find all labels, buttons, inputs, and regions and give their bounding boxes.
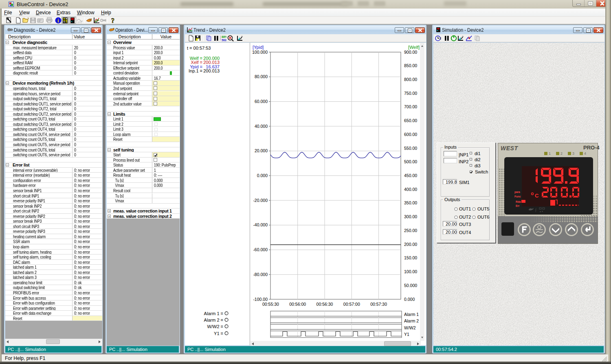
svg-text:-80.000: -80.000 — [253, 272, 268, 277]
svg-text:700.00: 700.00 — [404, 104, 417, 109]
svg-text:00:57:00: 00:57:00 — [343, 302, 360, 307]
svg-text:W/W2: W/W2 — [404, 325, 416, 330]
svg-text:750.00: 750.00 — [404, 91, 417, 96]
svg-text:∫: ∫ — [535, 208, 537, 212]
svg-text:80.000: 80.000 — [255, 74, 268, 79]
svg-text:100.00: 100.00 — [404, 269, 417, 274]
svg-text:200.00: 200.00 — [404, 242, 417, 247]
svg-text:250.00: 250.00 — [404, 228, 417, 233]
svg-text:C: C — [535, 193, 539, 199]
svg-text:Y1: Y1 — [404, 332, 409, 337]
svg-text:00:55:30: 00:55:30 — [262, 302, 279, 307]
svg-text:60.000: 60.000 — [255, 99, 268, 104]
svg-text:800.00: 800.00 — [404, 77, 417, 82]
svg-text:40.000: 40.000 — [255, 124, 268, 129]
svg-text:150.00: 150.00 — [404, 255, 417, 260]
svg-text:Alarm 2: Alarm 2 — [404, 318, 419, 323]
svg-text:00:57:30: 00:57:30 — [370, 302, 387, 307]
svg-text:?: ? — [111, 17, 114, 24]
svg-text:Func: Func — [514, 195, 521, 198]
svg-text:20.000: 20.000 — [255, 148, 268, 153]
svg-text:Alarm 1: Alarm 1 — [404, 312, 419, 317]
svg-text:0.000: 0.000 — [404, 297, 415, 302]
svg-text:650.00: 650.00 — [404, 118, 417, 123]
svg-text:-100.00: -100.00 — [253, 297, 268, 302]
svg-text:300.00: 300.00 — [404, 214, 417, 219]
svg-text:-40.000: -40.000 — [253, 222, 268, 227]
svg-text:00:56:30: 00:56:30 — [316, 302, 333, 307]
svg-text:Rda: Rda — [516, 200, 521, 203]
svg-text:0.000: 0.000 — [257, 173, 268, 178]
svg-text:550.00: 550.00 — [404, 146, 417, 151]
svg-text:400.00: 400.00 — [404, 187, 417, 192]
svg-text:900.00: 900.00 — [404, 50, 417, 55]
svg-text:para: para — [514, 191, 520, 194]
svg-text:[Welf]: [Welf] — [408, 45, 420, 50]
svg-text:▲▼: ▲▼ — [539, 210, 543, 213]
svg-text:563: 563 — [222, 39, 226, 42]
svg-text:50.000: 50.000 — [404, 283, 417, 288]
svg-text:[Ypid]: [Ypid] — [253, 45, 264, 50]
svg-text:STO: STO — [77, 21, 82, 24]
svg-text:600.00: 600.00 — [404, 132, 417, 137]
svg-text:100.000: 100.000 — [252, 50, 268, 55]
svg-text:350.00: 350.00 — [404, 200, 417, 205]
svg-text:500.00: 500.00 — [404, 159, 417, 164]
svg-text:-60.000: -60.000 — [253, 247, 268, 252]
svg-text:850.00: 850.00 — [404, 63, 417, 68]
svg-text:88%: 88% — [222, 35, 226, 38]
svg-text:Err: Err — [516, 204, 520, 207]
svg-text:450.00: 450.00 — [404, 173, 417, 178]
svg-text:-20.000: -20.000 — [253, 198, 268, 203]
svg-text:00:56:00: 00:56:00 — [289, 302, 306, 307]
